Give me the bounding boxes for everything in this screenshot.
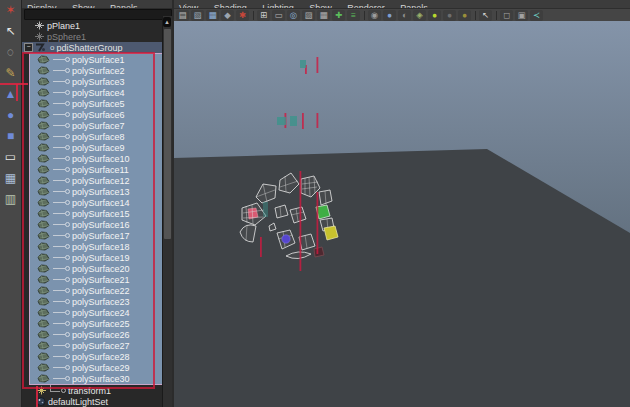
outliner-item-polysurface[interactable]: polySurface6 (30, 109, 163, 120)
outliner-item-polysurface[interactable]: polySurface11 (30, 164, 163, 175)
gate-mask-icon[interactable]: ▨ (302, 10, 315, 21)
outliner-item-polysurface[interactable]: polySurface29 (30, 362, 163, 373)
collapse-toggle-icon[interactable]: − (24, 43, 33, 52)
item-label: polySurface27 (72, 341, 130, 351)
outliner-item-polysurface[interactable]: polySurface22 (30, 285, 163, 296)
outliner-item-polysurface[interactable]: polySurface13 (30, 186, 163, 197)
viewport-toolbar-icon[interactable] (362, 10, 366, 21)
layout-persp-outliner-button[interactable]: ▥ (0, 189, 21, 210)
outliner-item-polysurface[interactable]: polySurface8 (30, 131, 163, 142)
outliner-item-polysurface[interactable]: polySurface28 (30, 351, 163, 362)
menu-panels[interactable]: Panels (400, 2, 428, 9)
layout-four-pane-button[interactable]: ▦ (0, 168, 21, 189)
default-quality-dot[interactable]: ● (428, 10, 441, 21)
grid-toggle-icon[interactable]: ⊞ (257, 10, 270, 21)
move-tool-icon[interactable]: ▲ (0, 84, 21, 105)
viewport-toolbar-icon[interactable] (473, 10, 477, 21)
menu-lighting[interactable]: Lighting (262, 2, 294, 9)
outliner-item-pplane1[interactable]: pPlane1 (22, 20, 163, 31)
outliner-item-shattergroup[interactable]: − o pdiShatterGroup (22, 42, 163, 53)
outliner-item-polysurface[interactable]: polySurface21 (30, 274, 163, 285)
lasso-tool-icon[interactable]: ◌ (0, 42, 21, 63)
shadows-toggle-icon[interactable]: ◐ (398, 10, 411, 21)
viewport-toolbar-icon[interactable] (251, 10, 255, 21)
outliner-item-polysurface[interactable]: polySurface17 (30, 230, 163, 241)
scrollbar-thumb[interactable] (164, 29, 171, 239)
lighting-toggle-icon[interactable]: ● (383, 10, 396, 21)
grease-frames-icon[interactable]: ▣ (515, 10, 528, 21)
select-tool-icon[interactable]: ↖ (0, 21, 21, 42)
outliner-item-polysurface[interactable]: polySurface26 (30, 329, 163, 340)
outliner-item-polysurface[interactable]: polySurface2 (30, 65, 163, 76)
outliner-item-polysurface[interactable]: polySurface12 (30, 175, 163, 186)
grease-pencil-icon[interactable]: ✱ (236, 10, 249, 21)
select-cursor-icon[interactable]: ↖ (479, 10, 492, 21)
bookmarks-icon[interactable]: ▧ (191, 10, 204, 21)
outliner-item-polysurface[interactable]: polySurface25 (30, 318, 163, 329)
outliner-item-polysurface[interactable]: polySurface1 (30, 54, 163, 65)
scale-tool-icon[interactable]: ■ (0, 126, 21, 147)
paint-select-tool-icon[interactable]: ✎ (0, 63, 21, 84)
outliner-search-input[interactable] (24, 9, 172, 20)
outliner-menubar: Display Show Panels (22, 0, 172, 9)
rotate-tool-icon[interactable]: ● (0, 105, 21, 126)
outliner-item-polysurface[interactable]: polySurface10 (30, 153, 163, 164)
fragment-purple-face (282, 235, 290, 243)
outliner-item-polysurface[interactable]: polySurface23 (30, 296, 163, 307)
item-label: polySurface21 (72, 275, 130, 285)
show-manipulator-tool-icon[interactable]: ✶ (0, 0, 21, 21)
outliner-item-polysurface[interactable]: polySurface7 (30, 120, 163, 131)
outliner-item-polysurface[interactable]: polySurface27 (30, 340, 163, 351)
outliner-item-polysurface[interactable]: polySurface9 (30, 142, 163, 153)
outliner-item-defaultlightset[interactable]: defaultLightSet (22, 396, 163, 407)
outliner-item-polysurface[interactable]: polySurface15 (30, 208, 163, 219)
image-plane-icon[interactable]: ▦ (206, 10, 219, 21)
outliner-item-polysurface[interactable]: polySurface19 (30, 252, 163, 263)
outliner-scrollbar[interactable]: ▲ (162, 16, 172, 407)
viewport-scene[interactable] (174, 21, 630, 407)
outliner-item-polysurface[interactable]: polySurface14 (30, 197, 163, 208)
poly-mesh-icon (37, 330, 50, 339)
outliner-item-polysurface[interactable]: polySurface30 (30, 373, 163, 384)
item-label: pSphere1 (47, 32, 86, 42)
isolate-select-icon[interactable]: ◻ (500, 10, 513, 21)
poly-mesh-icon (37, 286, 50, 295)
resolution-gate-icon[interactable]: ◎ (287, 10, 300, 21)
outliner-item-polysurface[interactable]: polySurface4 (30, 87, 163, 98)
outliner-item-polysurface[interactable]: polySurface18 (30, 241, 163, 252)
outliner-item-polysurface[interactable]: polySurface24 (30, 307, 163, 318)
outliner-item-transform1[interactable]: transform1 (22, 385, 163, 396)
safe-action-icon[interactable]: ✚ (332, 10, 345, 21)
viewport-toolbar-icon[interactable] (494, 10, 498, 21)
menu-shading[interactable]: Shading (214, 2, 247, 9)
outliner-item-polysurface[interactable]: polySurface16 (30, 219, 163, 230)
textured-toggle-icon[interactable]: ◈ (413, 10, 426, 21)
menu-view[interactable]: View (179, 2, 198, 9)
field-chart-icon[interactable]: ▦ (317, 10, 330, 21)
frame-all-icon[interactable]: ◉ (368, 10, 381, 21)
layout-single-pane-button[interactable]: ▭ (0, 147, 21, 168)
film-gate-icon[interactable]: ▭ (272, 10, 285, 21)
item-label: polySurface4 (72, 88, 125, 98)
menu-show[interactable]: Show (72, 2, 95, 9)
menu-show[interactable]: Show (309, 2, 332, 9)
two-d-pan-zoom-icon[interactable]: ◆ (221, 10, 234, 21)
menu-renderer[interactable]: Renderer (347, 2, 385, 9)
viewport-renderer-dot[interactable]: ● (458, 10, 471, 21)
item-label: polySurface11 (72, 165, 129, 175)
poly-mesh-icon (37, 275, 50, 284)
high-quality-dot[interactable]: ● (443, 10, 456, 21)
poly-mesh-icon (37, 374, 50, 383)
poly-mesh-icon (37, 198, 50, 207)
outliner-item-polysurface[interactable]: polySurface3 (30, 76, 163, 87)
menu-panels[interactable]: Panels (110, 2, 138, 9)
safe-title-icon[interactable]: ≡ (347, 10, 360, 21)
menu-display[interactable]: Display (27, 2, 57, 9)
camera-attributes-icon[interactable]: ▤ (176, 10, 189, 21)
scroll-up-button[interactable]: ▲ (163, 17, 171, 27)
collapse-panel-icon[interactable]: ≺ (530, 10, 543, 21)
outliner-item-polysurface[interactable]: polySurface5 (30, 98, 163, 109)
outliner-item-psphere1[interactable]: pSphere1 (22, 31, 163, 42)
outliner-panel: Display Show Panels pPlane1 pSphere1 − o… (22, 0, 172, 407)
outliner-item-polysurface[interactable]: polySurface20 (30, 263, 163, 274)
